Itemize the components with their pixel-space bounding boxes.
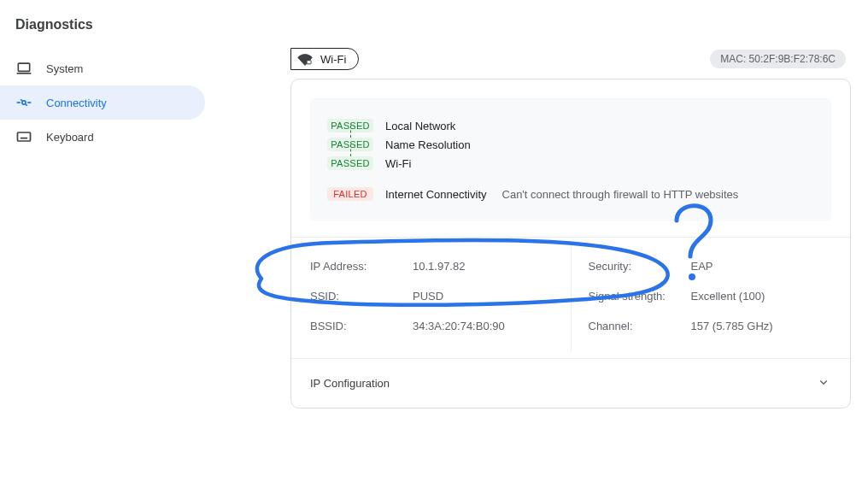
svg-point-1 xyxy=(22,101,26,104)
test-row-name-resolution: PASSED Name Resolution xyxy=(327,138,814,151)
test-row-internet: FAILED Internet Connectivity Can't conne… xyxy=(327,187,814,201)
detail-label: IP Address: xyxy=(310,260,413,273)
detail-value: 157 (5.785 GHz) xyxy=(691,320,773,332)
sidebar-item-label: Connectivity xyxy=(46,97,107,109)
detail-signal: Signal strength: Excellent (100) xyxy=(589,281,832,311)
sidebar: System Connectivity xyxy=(0,41,205,482)
detail-bssid: BSSID: 34:3A:20:74:B0:90 xyxy=(310,311,554,341)
sidebar-item-label: System xyxy=(46,62,83,75)
detail-label: BSSID: xyxy=(310,320,413,332)
keyboard-icon xyxy=(15,128,32,145)
main-panel: Wi-Fi MAC: 50:2F:9B:F2:78:6C PASSED Loca… xyxy=(205,41,868,482)
ip-configuration-row[interactable]: IP Configuration xyxy=(291,358,850,408)
detail-channel: Channel: 157 (5.785 GHz) xyxy=(589,311,832,341)
sidebar-item-system[interactable]: System xyxy=(0,51,205,85)
svg-rect-2 xyxy=(18,132,31,141)
tab-wifi-label: Wi-Fi xyxy=(320,53,346,66)
test-row-local-network: PASSED Local Network xyxy=(327,119,814,132)
detail-value: Excellent (100) xyxy=(691,290,765,303)
detail-label: SSID: xyxy=(310,290,413,303)
tests-box: PASSED Local Network PASSED Name Resolut… xyxy=(310,98,831,221)
status-badge: PASSED xyxy=(327,156,373,170)
connector-line xyxy=(350,144,351,156)
test-label: Local Network xyxy=(385,120,455,132)
detail-value: EAP xyxy=(691,260,713,273)
ethernet-icon xyxy=(15,94,32,111)
detail-label: Signal strength: xyxy=(589,290,691,303)
test-row-wifi: PASSED Wi-Fi xyxy=(327,156,814,170)
connectivity-card: PASSED Local Network PASSED Name Resolut… xyxy=(290,79,851,409)
mac-label: MAC: xyxy=(720,53,746,65)
page-title: Diagnostics xyxy=(15,17,868,32)
tab-wifi[interactable]: Wi-Fi xyxy=(290,48,359,70)
mac-address-pill: MAC: 50:2F:9B:F2:78:6C xyxy=(710,50,846,68)
detail-ssid: SSID: PUSD xyxy=(310,281,554,311)
network-details: IP Address: 10.1.97.82 SSID: PUSD BSSID:… xyxy=(291,237,850,358)
connector-line xyxy=(350,126,351,138)
sidebar-item-connectivity[interactable]: Connectivity xyxy=(0,85,205,120)
mac-value: 50:2F:9B:F2:78:6C xyxy=(749,53,836,65)
detail-label: Security: xyxy=(589,260,691,273)
svg-rect-0 xyxy=(18,63,29,71)
sidebar-item-label: Keyboard xyxy=(46,131,94,144)
detail-ip-address: IP Address: 10.1.97.82 xyxy=(310,251,554,281)
detail-security: Security: EAP xyxy=(589,251,832,281)
detail-label: Channel: xyxy=(589,320,691,332)
test-label: Name Resolution xyxy=(385,138,471,151)
detail-value: 34:3A:20:74:B0:90 xyxy=(413,320,505,332)
svg-rect-3 xyxy=(307,61,311,64)
laptop-icon xyxy=(15,60,32,77)
status-badge: FAILED xyxy=(327,187,373,201)
detail-value: 10.1.97.82 xyxy=(413,260,465,273)
chevron-down-icon xyxy=(816,374,831,392)
sidebar-item-keyboard[interactable]: Keyboard xyxy=(0,120,205,154)
test-message: Can't connect through firewall to HTTP w… xyxy=(502,188,739,201)
detail-value: PUSD xyxy=(413,290,443,303)
test-label: Wi-Fi xyxy=(385,157,411,170)
wifi-icon xyxy=(296,51,314,67)
test-label: Internet Connectivity xyxy=(385,188,487,201)
ip-configuration-label: IP Configuration xyxy=(310,377,390,390)
